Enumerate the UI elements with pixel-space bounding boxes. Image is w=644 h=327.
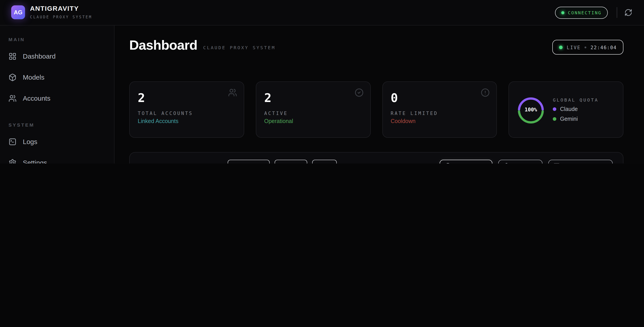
- stat-value: 2: [138, 91, 236, 104]
- clock-icon: [445, 163, 451, 164]
- stat-sublabel: Linked Accounts: [138, 118, 236, 124]
- connection-status-pill: CONNECTING: [555, 7, 608, 19]
- sidebar-item-label: Settings: [23, 159, 47, 164]
- quota-legend-label: Gemini: [560, 116, 578, 122]
- users-icon: [8, 94, 16, 102]
- app-subtitle: CLAUDE PROXY SYSTEM: [30, 15, 92, 19]
- chart-title: REQUEST VOLUME: [154, 162, 220, 164]
- sidebar-item-settings[interactable]: Settings: [0, 152, 114, 164]
- quota-percent: 100%: [525, 107, 537, 112]
- badge-total: Total: 1390: [228, 160, 270, 164]
- chart-panel-header: REQUEST VOLUME Total: 1390 Today: 0 1H: …: [143, 160, 613, 164]
- lock-icon: [504, 163, 510, 164]
- live-status-badge: LIVE 22:46:04: [552, 40, 624, 54]
- app-logo: AG: [11, 5, 25, 19]
- sidebar-item-logs[interactable]: Logs: [0, 131, 114, 152]
- clock-value: 22:46:04: [590, 44, 617, 50]
- filter-button-label: Filter (3/3): [563, 163, 598, 164]
- badge-label: Total:: [233, 163, 250, 164]
- card-rate-limited: 0 RATE LIMITED Cooldown: [382, 82, 497, 138]
- chevron-down-icon: [602, 163, 607, 164]
- time-range-value: All Time: [454, 163, 478, 164]
- quota-label: GLOBAL QUOTA: [553, 97, 599, 102]
- connection-status-label: CONNECTING: [568, 10, 602, 15]
- live-label: LIVE: [567, 44, 581, 50]
- badge-label: 1H:: [317, 163, 326, 164]
- filter-button[interactable]: Filter (3/3): [548, 160, 613, 164]
- separator-dot-icon: [585, 46, 586, 48]
- sidebar-section-main: MAIN: [8, 37, 114, 42]
- refresh-button[interactable]: [624, 8, 632, 16]
- sidebar-section-system: SYSTEM: [8, 122, 114, 128]
- app-name: ANTIGRAVITY: [30, 4, 79, 12]
- quota-right: GLOBAL QUOTA Claude Gemini: [553, 97, 599, 122]
- gemini-dot-icon: [553, 117, 556, 120]
- sidebar-item-label: Accounts: [23, 94, 50, 102]
- chart-title-group: REQUEST VOLUME: [143, 162, 220, 164]
- stat-sublabel: Cooldown: [391, 118, 488, 124]
- sidebar-item-label: Dashboard: [23, 52, 56, 60]
- stat-label: RATE LIMITED: [391, 110, 488, 116]
- quota-ring: 100%: [517, 96, 545, 124]
- refresh-icon: [624, 8, 632, 16]
- status-dot-icon: [561, 11, 564, 14]
- time-range-button[interactable]: All Time: [440, 160, 492, 164]
- trending-up-icon: [143, 162, 150, 164]
- model-button-label: Model: [513, 163, 528, 164]
- badge-label: Today:: [280, 163, 296, 164]
- users-icon: [228, 88, 237, 97]
- logo-text: AG: [14, 9, 22, 16]
- badge-value: 0: [329, 163, 332, 164]
- main-content: Dashboard CLAUDE PROXY SYSTEM LIVE 22:46…: [114, 25, 644, 164]
- request-volume-panel: 05010015020025001/04 20:0001/04 21:0001/…: [129, 152, 624, 164]
- grid-icon: [8, 52, 16, 60]
- topbar-divider: [617, 7, 617, 18]
- sidebar-item-dashboard[interactable]: Dashboard: [0, 46, 114, 67]
- sidebar-item-models[interactable]: Models: [0, 67, 114, 88]
- stat-label: ACTIVE: [264, 110, 362, 116]
- page-subtitle: CLAUDE PROXY SYSTEM: [203, 45, 276, 52]
- model-button[interactable]: Model: [498, 160, 542, 164]
- alert-circle-icon: [481, 88, 490, 97]
- page-title: Dashboard: [129, 38, 197, 52]
- app-root: AG ANTIGRAVITY CLAUDE PROXY SYSTEM CONNE…: [0, 0, 644, 164]
- badge-value: 0: [300, 163, 302, 164]
- page-header: Dashboard CLAUDE PROXY SYSTEM: [129, 38, 276, 52]
- terminal-icon: [8, 138, 16, 146]
- gear-icon: [8, 158, 16, 164]
- sidebar-item-label: Models: [23, 73, 44, 81]
- card-active: 2 ACTIVE Operational: [256, 82, 371, 138]
- stat-value: 2: [264, 91, 362, 104]
- sidebar: MAIN Dashboard Models Accounts SYSTEM: [0, 25, 114, 164]
- quota-legend-label: Claude: [560, 106, 578, 112]
- sidebar-item-accounts[interactable]: Accounts: [0, 88, 114, 109]
- stat-cards-row: 2 TOTAL ACCOUNTS Linked Accounts 2 ACTIV…: [129, 82, 624, 138]
- cube-icon: [8, 73, 16, 81]
- card-total-accounts: 2 TOTAL ACCOUNTS Linked Accounts: [129, 82, 244, 138]
- stat-sublabel: Operational: [264, 118, 362, 124]
- sidebar-item-label: Logs: [23, 138, 37, 146]
- badge-today: Today: 0: [274, 160, 308, 164]
- quota-legend-claude: Claude: [553, 106, 599, 112]
- chevron-down-icon: [532, 163, 537, 164]
- chart-controls: All Time Model Filter (3: [440, 160, 613, 164]
- quota-legend-gemini: Gemini: [553, 116, 599, 122]
- funnel-icon: [554, 163, 559, 164]
- badge-1h: 1H: 0: [312, 160, 337, 164]
- claude-dot-icon: [553, 107, 556, 111]
- badge-value: 1390: [253, 163, 265, 164]
- card-global-quota: 100% GLOBAL QUOTA Claude Gemini: [509, 82, 624, 138]
- topbar: AG ANTIGRAVITY CLAUDE PROXY SYSTEM CONNE…: [0, 0, 644, 26]
- chevron-up-icon: [482, 163, 487, 164]
- stat-value: 0: [391, 91, 488, 104]
- stat-label: TOTAL ACCOUNTS: [138, 110, 236, 116]
- check-circle-icon: [354, 88, 363, 97]
- live-dot-icon: [559, 46, 562, 49]
